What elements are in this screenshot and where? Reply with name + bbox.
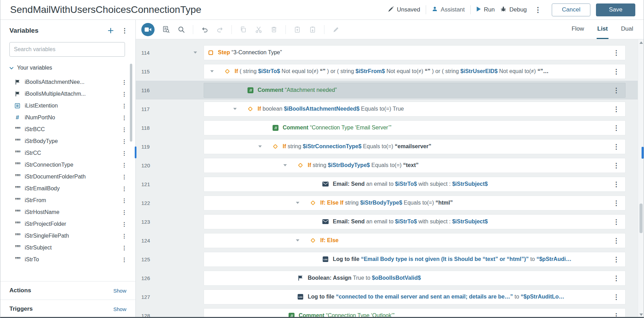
tab-dual[interactable]: Dual bbox=[620, 20, 634, 39]
collapse-arrow-icon[interactable] bbox=[258, 145, 262, 148]
collapse-arrow-icon[interactable] bbox=[283, 164, 287, 166]
row-menu-button[interactable]: ⋮ bbox=[607, 312, 625, 318]
your-variables-toggle[interactable]: Your variables bbox=[0, 61, 135, 75]
variable-menu-button[interactable]: ⋮ bbox=[121, 103, 127, 109]
variable-item[interactable]: ””iStrBodyType⋮ bbox=[0, 135, 135, 147]
variable-item[interactable]: ””iStrDocumentFolderPath⋮ bbox=[0, 171, 135, 183]
variable-menu-button[interactable]: ⋮ bbox=[121, 114, 127, 121]
variable-item[interactable]: ””iStrFrom⋮ bbox=[0, 194, 135, 206]
list-scrollbar-thumb[interactable] bbox=[639, 204, 643, 233]
action-card[interactable]: If: Else⋮ bbox=[204, 233, 626, 248]
variable-item[interactable]: iListExtention⋮ bbox=[0, 100, 135, 112]
row-menu-button[interactable]: ⋮ bbox=[607, 161, 625, 169]
pane-divider-handle[interactable] bbox=[135, 146, 136, 158]
record-button[interactable] bbox=[141, 23, 155, 36]
action-row[interactable]: 128Comment “Connection Type ‘Outlook’”⋮ bbox=[136, 306, 644, 318]
action-row[interactable]: 116Comment “Attachment needed”⋮ bbox=[136, 81, 644, 100]
row-menu-button[interactable]: ⋮ bbox=[607, 274, 625, 282]
search-icon[interactable] bbox=[178, 26, 185, 33]
run-button[interactable]: Run bbox=[476, 6, 495, 14]
row-menu-button[interactable]: ⋮ bbox=[607, 237, 625, 245]
variable-item[interactable]: iBoolIsAttachmentNee...⋮ bbox=[0, 76, 135, 88]
variable-menu-button[interactable]: ⋮ bbox=[121, 197, 127, 204]
row-menu-button[interactable]: ⋮ bbox=[607, 86, 625, 94]
action-row[interactable]: 123Email: Send an email to $iStrTo$ with… bbox=[136, 212, 644, 231]
tab-flow[interactable]: Flow bbox=[571, 20, 585, 39]
row-menu-button[interactable]: ⋮ bbox=[607, 49, 625, 57]
action-card[interactable]: Email: Send an email to $iStrTo$ with su… bbox=[204, 214, 626, 229]
variable-item[interactable]: ””iStrCC⋮ bbox=[0, 147, 135, 159]
actions-show-link[interactable]: Show bbox=[113, 288, 126, 294]
action-row[interactable]: 127LOGLog to file “connected to the emai… bbox=[136, 287, 644, 306]
scroll-down-icon[interactable] bbox=[639, 313, 643, 316]
find-action-icon[interactable] bbox=[162, 26, 170, 33]
assistant-button[interactable]: Assistant bbox=[432, 6, 465, 14]
variable-item[interactable]: ””iStrBCC⋮ bbox=[0, 124, 135, 135]
row-menu-button[interactable]: ⋮ bbox=[607, 143, 625, 151]
scroll-up-icon[interactable] bbox=[639, 41, 643, 44]
action-card[interactable]: Comment “Attachment needed”⋮ bbox=[204, 83, 626, 98]
variable-menu-button[interactable]: ⋮ bbox=[121, 91, 127, 97]
variable-item[interactable]: ””iStrHostName⋮ bbox=[0, 206, 135, 218]
row-menu-button[interactable]: ⋮ bbox=[607, 67, 625, 75]
action-row[interactable]: 124If: Else⋮ bbox=[136, 231, 644, 250]
action-card[interactable]: If: Else If string $iStrBodyType$ Equals… bbox=[204, 196, 626, 210]
collapse-arrow-icon[interactable] bbox=[233, 108, 237, 110]
variable-item[interactable]: ””iStrTo⋮ bbox=[0, 254, 135, 265]
variable-menu-button[interactable]: ⋮ bbox=[121, 150, 127, 157]
action-card[interactable]: If string $iStrConnectionType$ Equals to… bbox=[204, 139, 626, 154]
action-card[interactable]: If string $iStrBodyType$ Equals to(=) “t… bbox=[204, 158, 626, 173]
variable-menu-button[interactable]: ⋮ bbox=[121, 162, 127, 168]
variable-menu-button[interactable]: ⋮ bbox=[121, 126, 127, 133]
variable-item[interactable]: ””iStrSingleFilePath⋮ bbox=[0, 230, 135, 242]
triggers-show-link[interactable]: Show bbox=[113, 306, 126, 312]
row-menu-button[interactable]: ⋮ bbox=[607, 180, 625, 188]
variable-menu-button[interactable]: ⋮ bbox=[121, 245, 127, 251]
action-row[interactable]: 118Comment “Connection Type ‘Email Serve… bbox=[136, 118, 644, 137]
list-scrollbar[interactable] bbox=[638, 39, 644, 318]
row-menu-button[interactable]: ⋮ bbox=[607, 124, 625, 132]
variable-item[interactable]: iBoolIsMultipleAttachm...⋮ bbox=[0, 88, 135, 100]
action-row[interactable]: 117If boolean $iBoolIsAttachmentNeeded$ … bbox=[136, 100, 644, 118]
action-row[interactable]: 114Step “3-Connection Type”⋮ bbox=[136, 43, 644, 62]
action-card[interactable]: LOGLog to file “Email Body type is not g… bbox=[204, 252, 626, 267]
action-card[interactable]: If boolean $iBoolIsAttachmentNeeded$ Equ… bbox=[204, 102, 626, 117]
undo-icon[interactable] bbox=[201, 26, 209, 33]
row-menu-button[interactable]: ⋮ bbox=[607, 293, 625, 301]
action-card[interactable]: Email: Send an email to $iStrTo$ with su… bbox=[204, 177, 626, 192]
action-card[interactable]: Step “3-Connection Type”⋮ bbox=[204, 45, 626, 60]
cancel-button[interactable]: Cancel bbox=[552, 3, 590, 16]
variable-menu-button[interactable]: ⋮ bbox=[121, 138, 127, 145]
action-row[interactable]: 126Boolean: Assign True to $oBoolIsBotVa… bbox=[136, 269, 644, 287]
variables-menu-button[interactable]: ⋮ bbox=[121, 27, 128, 34]
variable-menu-button[interactable]: ⋮ bbox=[121, 209, 127, 216]
action-card[interactable]: Boolean: Assign True to $oBoolIsBotValid… bbox=[204, 271, 626, 286]
variable-item[interactable]: ””iStrProjectFolder⋮ bbox=[0, 218, 135, 230]
tab-list[interactable]: List bbox=[597, 20, 608, 39]
action-row[interactable]: 125LOGLog to file “Email Body type is no… bbox=[136, 250, 644, 269]
collapse-arrow-icon[interactable] bbox=[296, 239, 299, 241]
collapse-arrow-icon[interactable] bbox=[210, 70, 214, 72]
action-card[interactable]: LOGLog to file “connected to the email s… bbox=[204, 289, 626, 304]
action-card[interactable]: Comment “Connection Type ‘Outlook’”⋮ bbox=[204, 308, 626, 318]
action-row[interactable]: 121Email: Send an email to $iStrTo$ with… bbox=[136, 175, 644, 193]
action-card[interactable]: Comment “Connection Type ‘Email Server’”… bbox=[204, 120, 626, 135]
variable-menu-button[interactable]: ⋮ bbox=[121, 221, 127, 228]
search-variables-input[interactable] bbox=[9, 42, 125, 57]
row-menu-button[interactable]: ⋮ bbox=[607, 199, 625, 207]
action-card[interactable]: If ( string $iStrTo$ Not equal to(≠) “” … bbox=[204, 64, 626, 79]
sidebar-scrollbar-thumb[interactable] bbox=[130, 64, 132, 142]
save-button[interactable]: Save bbox=[596, 3, 635, 16]
variable-item[interactable]: ””iStrConnectionType⋮ bbox=[0, 159, 135, 171]
row-menu-button[interactable]: ⋮ bbox=[607, 255, 625, 263]
collapse-arrow-icon[interactable] bbox=[296, 202, 299, 204]
variable-menu-button[interactable]: ⋮ bbox=[121, 79, 127, 86]
variable-menu-button[interactable]: ⋮ bbox=[121, 185, 127, 192]
variable-menu-button[interactable]: ⋮ bbox=[121, 174, 127, 180]
variable-menu-button[interactable]: ⋮ bbox=[121, 256, 127, 263]
add-variable-button[interactable] bbox=[108, 27, 114, 34]
header-more-button[interactable]: ⋮ bbox=[532, 6, 543, 14]
redo-icon[interactable] bbox=[216, 26, 224, 33]
debug-button[interactable]: Debug bbox=[500, 6, 527, 14]
action-row[interactable]: 120If string $iStrBodyType$ Equals to(=)… bbox=[136, 156, 644, 175]
